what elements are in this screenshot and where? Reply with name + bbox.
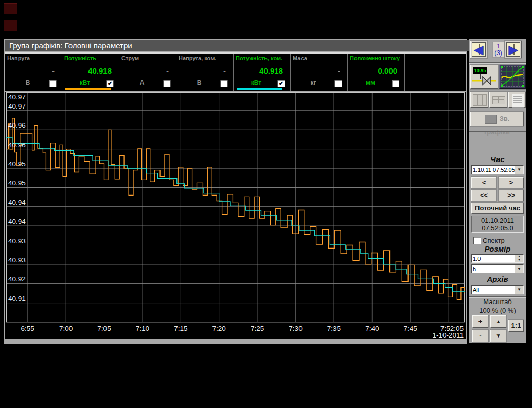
step-forward-button[interactable]: >	[499, 177, 524, 188]
y-axis-label: 40.93	[8, 237, 26, 245]
panel-visibility-checkbox[interactable]	[334, 80, 342, 87]
current-time: 07:52:05.0	[472, 224, 523, 232]
chevron-down-icon[interactable]: ▼	[515, 286, 523, 294]
time-select-value: 1.10.11 07:52:05	[472, 166, 515, 174]
panel-value: 40.918	[88, 66, 112, 75]
chevron-down-icon[interactable]: ▼	[515, 166, 523, 174]
panel-unit: В	[12, 79, 43, 86]
y-axis-label: 40.95	[8, 179, 26, 187]
scroll-up-button[interactable]: ▲	[490, 315, 506, 328]
panel-unit: мм	[355, 79, 386, 86]
faders-view-button[interactable]	[470, 92, 488, 108]
panel-value: 0.000	[378, 66, 397, 75]
prev-page-button[interactable]: ◀	[470, 41, 487, 58]
panel-visibility-checkbox[interactable]	[220, 80, 228, 87]
x-axis-date-label: 1-10-2011	[432, 331, 464, 338]
panel-value: -	[52, 66, 55, 75]
current-time-button[interactable]: Поточний час	[471, 203, 524, 214]
panel-visibility-checkbox[interactable]	[163, 80, 171, 87]
size-value: 1.0	[472, 255, 515, 262]
step-back-button[interactable]: <	[471, 177, 496, 188]
page-forward-button[interactable]: >>	[499, 190, 524, 201]
screen: { "win": { "title": "Група графіків: Гол…	[0, 0, 532, 408]
one-to-one-button[interactable]: 1:1	[508, 320, 524, 332]
panel-title: Напруга	[5, 54, 62, 61]
page-flip-left-icon: ◀	[472, 42, 486, 57]
x-axis-label: 7:40	[365, 325, 379, 332]
panel-visibility-checkbox[interactable]	[392, 80, 399, 87]
parameter-panel: Положення штоку0.000мм	[348, 54, 405, 91]
time-select[interactable]: 1.10.11 07:52:05 ▼	[471, 165, 524, 174]
panel-unit: А	[127, 79, 157, 86]
spectrum-label: Спектр	[483, 237, 505, 244]
valve-indicator-icon: 10.95	[471, 65, 497, 87]
x-axis-label: 7:10	[136, 325, 149, 332]
panel-value: 40.918	[259, 66, 283, 75]
y-axis-label: 40.95	[8, 160, 26, 168]
x-axis-label: 7:20	[212, 325, 226, 332]
panel-title: Напруга, ком.	[176, 54, 233, 61]
panel-series-color-bar	[237, 88, 282, 90]
y-axis-label: 40.94	[8, 218, 26, 225]
sidebar: ◀ 1 (3) ▶ 10.95	[469, 39, 526, 343]
panel-title: Струм	[119, 54, 176, 61]
faders-icon	[471, 92, 488, 107]
panel-value: -	[338, 66, 340, 75]
y-axis-label: 40.93	[8, 256, 26, 264]
size-input[interactable]: 1.0 ▲▼	[471, 254, 524, 263]
page-back-button[interactable]: <<	[471, 190, 496, 201]
chevron-down-icon[interactable]: ▼	[515, 265, 523, 273]
panel-visibility-checkbox[interactable]: ✔	[277, 80, 285, 87]
parameter-panel: Потужність40.918кВт✔	[62, 54, 119, 91]
status-box-2	[4, 20, 17, 31]
archive-group-title: Архів	[469, 275, 526, 283]
panel-title: Положення штоку	[348, 54, 404, 61]
zoom-out-button[interactable]: -	[472, 330, 488, 342]
panel-visibility-checkbox[interactable]	[49, 80, 57, 87]
y-axis-label: 40.97	[8, 93, 26, 101]
x-axis-label: 7:30	[289, 325, 302, 332]
table-icon	[490, 92, 507, 107]
panel-unit: кВт	[241, 79, 272, 86]
parameter-panel: Потужність, ком.40.918кВт✔	[234, 54, 291, 91]
x-axis-label: 7:25	[251, 325, 264, 332]
archive-select[interactable]: All ▼	[471, 285, 524, 294]
related-graphs-button[interactable]: Зв. графіки	[470, 112, 524, 126]
spectrum-checkbox[interactable]	[473, 237, 481, 244]
separator	[469, 62, 526, 64]
trend-chart[interactable]: 40.9740.9740.9640.9640.9540.9540.9440.94…	[5, 92, 466, 339]
panel-title: Потужність	[62, 54, 119, 61]
panel-value: -	[223, 66, 226, 75]
graph-group-window: Група графіків: Головні параметри Напруг…	[4, 39, 467, 344]
report-page-icon	[509, 92, 525, 107]
x-axis-label: 7:15	[174, 325, 187, 332]
status-box-1	[4, 3, 17, 14]
plot-border	[7, 93, 465, 322]
y-axis-label: 40.92	[8, 275, 26, 283]
report-view-button[interactable]	[508, 92, 526, 108]
panel-series-color-bar	[65, 88, 111, 90]
y-axis-label: 40.94	[8, 199, 26, 206]
x-axis-label: 7:35	[327, 325, 341, 332]
y-axis-label: 40.97	[8, 102, 26, 110]
size-unit-select[interactable]: h ▼	[471, 264, 524, 273]
y-axis-label: 40.91	[8, 295, 26, 303]
table-view-button[interactable]	[489, 92, 507, 108]
next-page-button[interactable]: ▶	[505, 41, 522, 58]
scroll-down-button[interactable]: ▼	[490, 330, 506, 342]
zoom-in-button[interactable]: +	[472, 315, 488, 328]
x-axis-label: 6:55	[21, 325, 34, 332]
x-axis-label: 7:00	[59, 325, 73, 332]
x-axis-label: 7:05	[97, 325, 111, 332]
parameter-panel: Напруга-В	[5, 54, 62, 91]
trend-view-button[interactable]	[499, 65, 526, 89]
archive-value: All	[472, 286, 515, 294]
y-axis-label: 40.96	[8, 121, 26, 129]
related-graphs-icon	[485, 115, 497, 124]
panel-visibility-checkbox[interactable]: ✔	[106, 80, 114, 87]
trend-chart-plot[interactable]: 40.9740.9740.9640.9640.9540.9540.9440.94…	[6, 92, 465, 338]
parameter-panels-row: Напруга-ВПотужність40.918кВт✔Струм-АНапр…	[5, 52, 466, 91]
mimic-view-button[interactable]: 10.95	[470, 65, 498, 89]
panel-title: Потужність, ком.	[234, 54, 290, 61]
spinner-icons[interactable]: ▲▼	[515, 255, 523, 262]
